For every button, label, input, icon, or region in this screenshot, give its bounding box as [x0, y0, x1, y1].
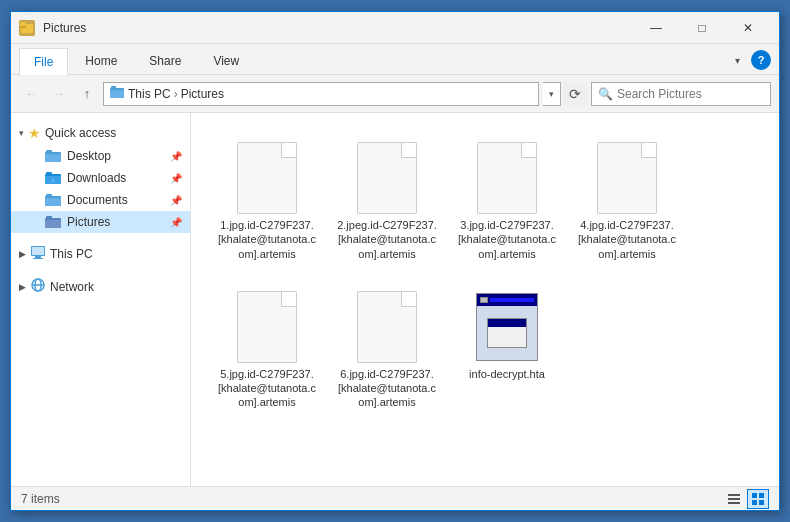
svg-rect-32	[759, 500, 764, 505]
item-count: 7 items	[21, 492, 60, 506]
sidebar-this-pc[interactable]: ▶ This PC	[11, 241, 190, 266]
pictures-folder-icon	[45, 214, 61, 230]
status-bar: 7 items	[11, 486, 779, 510]
sidebar-item-pictures-label: Pictures	[67, 215, 110, 229]
hta-inner-bar	[488, 319, 526, 327]
tab-share[interactable]: Share	[134, 47, 196, 74]
up-button[interactable]: ↑	[75, 82, 99, 106]
search-input[interactable]	[617, 87, 767, 101]
path-chevron: ›	[174, 87, 178, 101]
quick-access-label: Quick access	[45, 126, 116, 140]
hta-window-content	[487, 318, 527, 348]
ribbon-collapse-button[interactable]: ▾	[727, 50, 747, 70]
file-item-2[interactable]: 3.jpg.id-C279F237.[khalate@tutanota.com]…	[447, 129, 567, 270]
file-item-0[interactable]: 1.jpg.id-C279F237.[khalate@tutanota.com]…	[207, 129, 327, 270]
sidebar-item-downloads-label: Downloads	[67, 171, 126, 185]
large-icons-view-button[interactable]	[747, 489, 769, 509]
svg-rect-28	[728, 502, 740, 504]
hta-title-placeholder	[490, 298, 534, 302]
file-name-1: 2.jpeg.id-C279F237.[khalate@tutanota.com…	[336, 218, 438, 261]
ribbon-tabs: File Home Share View ▾ ?	[11, 44, 779, 74]
maximize-button[interactable]: □	[679, 12, 725, 44]
svg-rect-20	[32, 247, 44, 255]
downloads-folder-icon: ↓	[45, 170, 61, 186]
chevron-down-icon: ▾	[19, 128, 24, 138]
svg-rect-29	[752, 493, 757, 498]
sidebar-spacer	[11, 233, 190, 241]
svg-rect-30	[759, 493, 764, 498]
help-button[interactable]: ?	[751, 50, 771, 70]
path-pictures[interactable]: Pictures	[181, 87, 224, 101]
sidebar-item-downloads[interactable]: ↓ Downloads 📌	[11, 167, 190, 189]
pin-icon-downloads: 📌	[170, 173, 182, 184]
hta-icon-small	[480, 297, 488, 303]
file-item-5[interactable]: 6.jpg.id-C279F237.[khalate@tutanota.com]…	[327, 278, 447, 419]
files-area: 1.jpg.id-C279F237.[khalate@tutanota.com]…	[191, 113, 779, 486]
sidebar-network[interactable]: ▶ Network	[11, 274, 190, 299]
sidebar-quick-access[interactable]: ▾ ★ Quick access	[11, 121, 190, 145]
view-controls	[723, 489, 769, 509]
search-box[interactable]: 🔍	[591, 82, 771, 106]
list-view-button[interactable]	[723, 489, 745, 509]
desktop-folder-icon	[45, 148, 61, 164]
title-bar: Pictures — □ ✕	[11, 12, 779, 44]
main-content: ▾ ★ Quick access Desktop 📌	[11, 113, 779, 486]
sidebar-item-desktop[interactable]: Desktop 📌	[11, 145, 190, 167]
sidebar: ▾ ★ Quick access Desktop 📌	[11, 113, 191, 486]
back-button[interactable]: ←	[19, 82, 43, 106]
svg-rect-22	[33, 258, 43, 259]
refresh-button[interactable]: ⟳	[563, 82, 587, 106]
svg-rect-26	[728, 494, 740, 496]
file-name-6: info-decrypt.hta	[469, 367, 545, 381]
minimize-button[interactable]: —	[633, 12, 679, 44]
tab-home[interactable]: Home	[70, 47, 132, 74]
svg-rect-21	[35, 256, 41, 258]
file-name-5: 6.jpg.id-C279F237.[khalate@tutanota.com]…	[336, 367, 438, 410]
hta-titlebar	[477, 294, 537, 306]
path-dropdown-button[interactable]: ▾	[543, 82, 561, 106]
file-name-3: 4.jpg.id-C279F237.[khalate@tutanota.com]…	[576, 218, 678, 261]
file-item-4[interactable]: 5.jpg.id-C279F237.[khalate@tutanota.com]…	[207, 278, 327, 419]
file-icon-2	[471, 138, 543, 218]
network-icon	[30, 278, 46, 295]
file-name-4: 5.jpg.id-C279F237.[khalate@tutanota.com]…	[216, 367, 318, 410]
file-icon-5	[351, 287, 423, 367]
file-item-6[interactable]: info-decrypt.hta	[447, 278, 567, 419]
tab-view[interactable]: View	[198, 47, 254, 74]
sidebar-item-pictures[interactable]: Pictures 📌	[11, 211, 190, 233]
svg-rect-18	[46, 216, 52, 220]
path-controls: ▾ ⟳	[543, 82, 587, 106]
file-name-2: 3.jpg.id-C279F237.[khalate@tutanota.com]…	[456, 218, 558, 261]
address-path[interactable]: This PC › Pictures	[103, 82, 539, 106]
file-icon-3	[591, 138, 663, 218]
svg-rect-31	[752, 500, 757, 505]
sidebar-item-documents[interactable]: Documents 📌	[11, 189, 190, 211]
pin-icon-pictures: 📌	[170, 217, 182, 228]
window-icon	[19, 20, 35, 36]
path-this-pc[interactable]: This PC	[128, 87, 171, 101]
forward-button[interactable]: →	[47, 82, 71, 106]
search-icon: 🔍	[598, 87, 613, 101]
close-button[interactable]: ✕	[725, 12, 771, 44]
pin-icon: 📌	[170, 151, 182, 162]
quick-access-icon: ★	[28, 125, 41, 141]
file-item-3[interactable]: 4.jpg.id-C279F237.[khalate@tutanota.com]…	[567, 129, 687, 270]
hta-body	[477, 306, 537, 360]
svg-rect-5	[111, 86, 116, 90]
sidebar-item-documents-label: Documents	[67, 193, 128, 207]
svg-rect-15	[46, 194, 52, 198]
pc-icon	[30, 245, 46, 262]
svg-rect-7	[45, 154, 61, 162]
svg-rect-2	[20, 22, 26, 26]
file-icon-0	[231, 138, 303, 218]
file-item-1[interactable]: 2.jpeg.id-C279F237.[khalate@tutanota.com…	[327, 129, 447, 270]
window-title: Pictures	[43, 21, 633, 35]
window-controls: — □ ✕	[633, 12, 771, 44]
svg-text:↓: ↓	[51, 176, 55, 183]
chevron-right-icon: ▶	[19, 249, 26, 259]
sidebar-spacer2	[11, 266, 190, 274]
path-icon	[110, 85, 124, 102]
svg-rect-8	[46, 150, 52, 154]
tab-file[interactable]: File	[19, 48, 68, 75]
documents-folder-icon	[45, 192, 61, 208]
